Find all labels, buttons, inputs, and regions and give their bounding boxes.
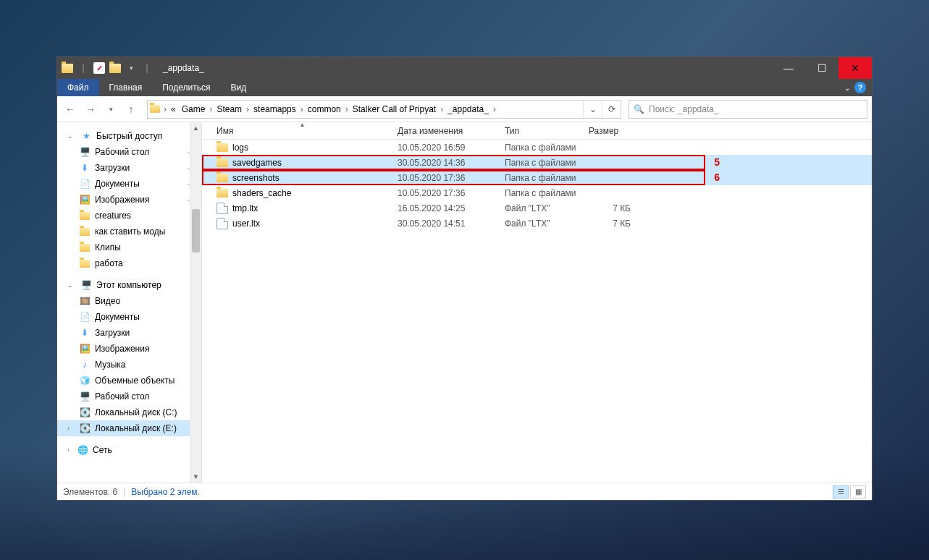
column-type[interactable]: Тип <box>500 122 584 139</box>
column-date[interactable]: Дата изменения <box>393 122 500 139</box>
sidebar-item[interactable]: Клипы <box>57 239 201 255</box>
file-name: user.ltx <box>232 219 260 229</box>
file-row[interactable]: savedgames30.05.2020 14:36Папка с файлам… <box>202 155 872 170</box>
recent-dropdown[interactable]: ▾ <box>102 101 119 118</box>
status-selection: Выбрано 2 элем. <box>131 487 200 497</box>
qa-dropdown-icon[interactable]: ▾ <box>125 62 137 74</box>
titlebar[interactable]: | ✓ ▾ | _appdata_ — ☐ ✕ <box>57 57 872 79</box>
sidebar-item-label: Локальный диск (C:) <box>95 407 177 417</box>
chevron-down-icon: ⌄ <box>67 132 73 140</box>
breadcrumb-seg[interactable]: common <box>305 101 344 118</box>
sidebar-item[interactable]: как ставить моды <box>57 224 201 239</box>
search-input[interactable]: 🔍 Поиск: _appdata_ <box>629 100 867 119</box>
folder-icon <box>148 105 162 113</box>
breadcrumb-seg[interactable]: Stalker Call of Pripyat <box>350 101 439 118</box>
breadcrumb-seg[interactable]: _appdata_ <box>445 101 492 118</box>
sidebar-item[interactable]: 🖼️Изображения📌 <box>57 192 201 208</box>
folder-icon <box>79 210 91 221</box>
file-date: 10.05.2020 17:36 <box>393 173 500 183</box>
column-size[interactable]: Размер <box>584 122 635 139</box>
breadcrumb-seg[interactable]: Game <box>179 101 209 118</box>
sidebar-item[interactable]: creatures <box>57 208 201 224</box>
sidebar-network[interactable]: › 🌐 Сеть <box>57 442 201 458</box>
sidebar-item-label: работа <box>95 258 123 268</box>
scroll-thumb[interactable] <box>192 209 200 253</box>
view-details-button[interactable]: ☰ <box>833 485 849 499</box>
tab-view[interactable]: Вид <box>220 79 256 96</box>
file-row[interactable]: logs10.05.2020 16:59Папка с файлами <box>202 140 872 155</box>
sidebar-item[interactable]: 🖼️Изображения <box>57 341 201 357</box>
sidebar-this-pc[interactable]: ⌄ 🖥️ Этот компьютер <box>57 277 201 293</box>
status-count: Элементов: 6 <box>63 487 117 497</box>
maximize-button[interactable]: ☐ <box>805 57 838 79</box>
close-button[interactable]: ✕ <box>838 57 872 79</box>
view-icons-button[interactable]: ▦ <box>850 485 866 499</box>
address-dropdown[interactable]: ⌄ <box>583 101 602 118</box>
file-type: Файл "LTX" <box>500 219 584 229</box>
sidebar-item-label: Изображения <box>95 344 149 354</box>
sidebar-item[interactable]: 💽Локальный диск (C:) <box>57 404 201 420</box>
chevron-right-icon[interactable]: › <box>162 101 168 118</box>
sidebar-label: Этот компьютер <box>96 280 161 290</box>
file-row[interactable]: tmp.ltx16.05.2020 14:25Файл "LTX"7 КБ <box>202 200 872 216</box>
navbar: ← → ▾ ↑ › « Game› Steam› steamapps› comm… <box>57 96 872 122</box>
folder-icon <box>217 189 228 198</box>
sidebar-item[interactable]: 📄Документы <box>57 309 201 325</box>
scroll-up-icon[interactable]: ▲ <box>190 122 201 134</box>
chevron-right-icon[interactable]: › <box>439 101 445 118</box>
ribbon-expand-icon[interactable]: ⌄ <box>844 84 850 92</box>
search-icon: 🔍 <box>634 104 644 114</box>
scroll-down-icon[interactable]: ▼ <box>190 471 201 483</box>
file-type: Папка с файлами <box>500 158 584 168</box>
download-icon: ⬇ <box>79 162 91 174</box>
sidebar-item[interactable]: 🖥️Рабочий стол <box>57 389 201 404</box>
address-bar[interactable]: › « Game› Steam› steamapps› common› Stal… <box>147 100 621 119</box>
file-size: 7 КБ <box>584 219 635 229</box>
sidebar-item[interactable]: ♪Музыка <box>57 357 201 373</box>
scrollbar[interactable]: ▲ ▼ <box>190 122 201 483</box>
sidebar-item[interactable]: 🧊Объемные объекты <box>57 373 201 389</box>
chevron-down-icon: ⌄ <box>67 281 73 289</box>
sidebar-item[interactable]: ⬇Загрузки📌 <box>57 160 201 176</box>
file-name: shaders_cache <box>232 188 291 198</box>
sidebar-item-label: Видео <box>95 296 120 306</box>
up-button[interactable]: ↑ <box>122 101 140 118</box>
folder-icon <box>62 62 73 74</box>
sidebar-label: Сеть <box>93 445 112 455</box>
tab-share[interactable]: Поделиться <box>152 79 220 96</box>
sidebar-item[interactable]: ⬇Загрузки <box>57 325 201 341</box>
sidebar-item-label: Рабочий стол <box>95 391 149 402</box>
chevron-right-icon[interactable]: › <box>208 101 214 118</box>
back-button[interactable]: ← <box>62 101 79 118</box>
breadcrumb-overflow[interactable]: « <box>168 101 179 118</box>
help-icon[interactable]: ? <box>854 82 866 93</box>
file-date: 16.05.2020 14:25 <box>393 203 500 213</box>
chevron-right-icon[interactable]: › <box>492 101 497 118</box>
picture-icon: 🖼️ <box>79 343 91 355</box>
chevron-right-icon[interactable]: › <box>344 101 350 118</box>
file-type: Папка с файлами <box>500 143 584 153</box>
refresh-button[interactable]: ⟳ <box>602 101 621 118</box>
sidebar-item[interactable]: работа <box>57 255 201 271</box>
column-headers: Имя Дата изменения Тип Размер <box>202 122 872 140</box>
breadcrumb-seg[interactable]: steamapps <box>251 101 299 118</box>
minimize-button[interactable]: — <box>772 57 805 79</box>
file-row[interactable]: screenshots10.05.2020 17:36Папка с файла… <box>202 170 872 185</box>
sidebar-item[interactable]: 🖥️Рабочий стол📌 <box>57 144 201 160</box>
qa-check-icon[interactable]: ✓ <box>93 62 105 74</box>
sidebar-item[interactable]: ›💽Локальный диск (E:) <box>57 420 201 436</box>
sidebar-quick-access[interactable]: ⌄ ★ Быстрый доступ <box>57 128 201 144</box>
column-name[interactable]: Имя <box>212 122 393 139</box>
sidebar-item[interactable]: 📄Документы📌 <box>57 176 201 192</box>
file-row[interactable]: user.ltx30.05.2020 14:51Файл "LTX"7 КБ <box>202 216 872 231</box>
chevron-right-icon[interactable]: › <box>245 101 251 118</box>
breadcrumb-seg[interactable]: Steam <box>214 101 245 118</box>
forward-button[interactable]: → <box>82 101 99 118</box>
tab-file[interactable]: Файл <box>57 79 99 96</box>
desktop-icon: 🖥️ <box>79 146 91 158</box>
file-row[interactable]: shaders_cache10.05.2020 17:36Папка с фай… <box>202 185 872 200</box>
chevron-right-icon[interactable]: › <box>299 101 305 118</box>
sidebar-item[interactable]: 🎞️Видео <box>57 293 201 309</box>
tab-home[interactable]: Главная <box>99 79 153 96</box>
sidebar-item-label: Загрузки <box>95 328 130 338</box>
